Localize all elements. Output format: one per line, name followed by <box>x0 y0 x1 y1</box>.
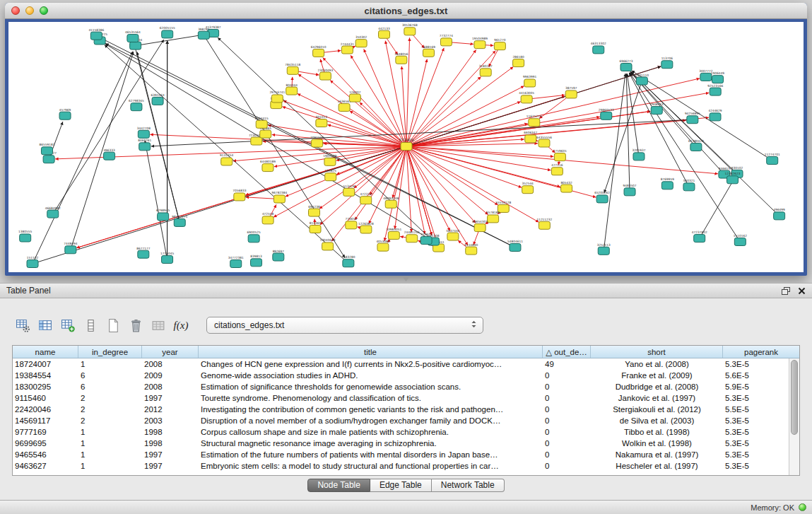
graph-hub-node[interactable] <box>401 143 412 151</box>
graph-node[interactable] <box>539 221 550 229</box>
graph-node[interactable] <box>694 235 705 243</box>
table-row[interactable]: 911546021997Tourette syndrome. Phenomeno… <box>13 392 789 404</box>
graph-node[interactable] <box>339 103 350 111</box>
graph-node[interactable] <box>521 95 532 103</box>
graph-node[interactable] <box>41 147 52 155</box>
graph-node[interactable] <box>322 243 334 250</box>
graph-node[interactable] <box>90 32 102 40</box>
graph-node[interactable] <box>480 69 491 76</box>
graph-edge[interactable] <box>406 146 498 205</box>
graph-node[interactable] <box>139 143 151 151</box>
graph-node[interactable] <box>601 112 612 119</box>
tab-node-table[interactable]: Node Table <box>307 479 370 492</box>
graph-edge[interactable] <box>630 73 740 242</box>
graph-node[interactable] <box>346 221 357 229</box>
column-header-year[interactable]: year <box>142 346 199 358</box>
graph-node[interactable] <box>377 243 389 251</box>
graph-node[interactable] <box>727 176 739 184</box>
graph-node[interactable] <box>494 42 505 50</box>
graph-node[interactable] <box>565 90 577 98</box>
graph-edge[interactable] <box>626 74 630 192</box>
graph-node[interactable] <box>65 246 76 254</box>
graph-node[interactable] <box>251 259 262 267</box>
graph-node[interactable] <box>130 42 141 49</box>
table-row[interactable]: 977716911998Corpus callosum shape and si… <box>13 426 789 438</box>
graph-node[interactable] <box>447 233 459 240</box>
graph-node[interactable] <box>529 119 540 127</box>
graph-node[interactable] <box>138 250 149 258</box>
graph-node[interactable] <box>423 49 434 57</box>
graph-node[interactable] <box>152 97 163 105</box>
graph-node[interactable] <box>273 195 285 203</box>
graph-node[interactable] <box>620 64 632 71</box>
table-row[interactable]: 1456911722003Disruption of a novel membe… <box>13 415 789 426</box>
zoom-button[interactable] <box>40 6 48 15</box>
graph-node[interactable] <box>404 28 416 35</box>
graph-node[interactable] <box>286 87 298 95</box>
float-panel-icon[interactable] <box>782 287 790 295</box>
graph-node[interactable] <box>683 183 695 191</box>
graph-node[interactable] <box>313 49 324 57</box>
column-header-pagerank[interactable]: pagerank <box>723 346 799 358</box>
graph-node[interactable] <box>474 41 486 49</box>
delete-table-button[interactable] <box>127 316 144 334</box>
graph-edge[interactable] <box>393 146 406 198</box>
graph-node[interactable] <box>256 120 267 128</box>
graph-node[interactable] <box>310 226 321 233</box>
graph-node[interactable] <box>162 30 173 38</box>
graph-edge[interactable] <box>151 119 693 146</box>
graph-node[interactable] <box>198 31 209 39</box>
add-row-button[interactable] <box>82 316 99 334</box>
graph-node[interactable] <box>312 139 323 147</box>
graph-node[interactable] <box>636 77 647 85</box>
scrollbar-thumb[interactable] <box>791 360 798 435</box>
graph-node[interactable] <box>360 226 372 233</box>
panel-splitter[interactable] <box>0 276 812 283</box>
vertical-scrollbar[interactable] <box>789 358 799 475</box>
graph-edge[interactable] <box>274 146 406 167</box>
graph-node[interactable] <box>596 195 608 203</box>
tab-edge-table[interactable]: Edge Table <box>370 479 432 492</box>
graph-node[interactable] <box>525 135 536 143</box>
graph-node[interactable] <box>379 30 390 38</box>
graph-node[interactable] <box>712 76 724 83</box>
graph-node[interactable] <box>262 216 273 224</box>
graph-node[interactable] <box>710 113 721 121</box>
graph-node[interactable] <box>539 139 550 147</box>
table-settings-button[interactable] <box>14 316 31 334</box>
graph-node[interactable] <box>343 188 355 196</box>
graph-node[interactable] <box>661 61 673 69</box>
graph-node[interactable] <box>700 73 712 81</box>
graph-node[interactable] <box>510 244 521 252</box>
graph-edge[interactable] <box>406 77 481 146</box>
graph-node[interactable] <box>651 107 662 115</box>
show-columns-button[interactable] <box>37 316 54 334</box>
graph-node[interactable] <box>273 253 284 261</box>
graph-node[interactable] <box>341 46 353 54</box>
graph-node[interactable] <box>661 182 673 189</box>
graph-edge[interactable] <box>406 146 553 156</box>
table-row[interactable]: 969969511998Structural magnetic resonanc… <box>13 438 789 449</box>
graph-node[interactable] <box>522 186 534 194</box>
graph-node[interactable] <box>271 95 283 103</box>
graph-node[interactable] <box>488 215 499 223</box>
graph-node[interactable] <box>325 173 336 181</box>
graph-node[interactable] <box>230 260 242 268</box>
graph-node[interactable] <box>174 218 185 226</box>
graph-node[interactable] <box>554 153 565 161</box>
close-button[interactable] <box>11 6 20 15</box>
tab-network-table[interactable]: Network Table <box>432 479 505 492</box>
graph-node[interactable] <box>474 224 486 232</box>
graph-node[interactable] <box>262 164 273 172</box>
graph-node[interactable] <box>221 158 233 165</box>
graph-edge[interactable] <box>406 146 432 235</box>
graph-node[interactable] <box>248 235 259 243</box>
minimize-button[interactable] <box>25 6 34 15</box>
graph-node[interactable] <box>734 238 746 245</box>
graph-node[interactable] <box>396 56 407 64</box>
graph-node[interactable] <box>774 212 785 220</box>
graph-node[interactable] <box>624 188 635 196</box>
close-panel-icon[interactable] <box>798 287 806 295</box>
graph-node[interactable] <box>287 66 298 74</box>
graph-node[interactable] <box>360 197 372 204</box>
